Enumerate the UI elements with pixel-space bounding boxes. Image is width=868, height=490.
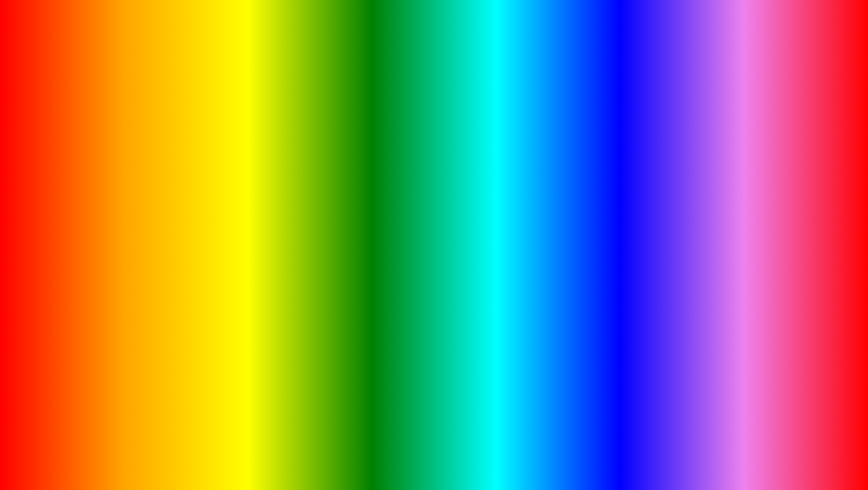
skull-icon: 💀 xyxy=(718,418,734,433)
logo-blox-text: BL⚡X xyxy=(744,400,828,423)
neva-logo-left: N xyxy=(43,138,54,149)
mobile-badge-text: MOBILE xyxy=(381,154,478,183)
logo-fruits-text-el: FRUITS xyxy=(744,423,828,450)
nav-weapons-label: Weapons xyxy=(49,194,68,199)
nav-settings-label: Settings xyxy=(50,217,67,222)
settings-icon: ⚙️ xyxy=(54,206,64,216)
section-title: Settings Mastery xyxy=(85,157,282,165)
home-icon: 🏠 xyxy=(54,159,64,169)
light-12 xyxy=(453,97,458,104)
kill-setting[interactable]: N Kill xyxy=(85,201,282,216)
nav-fruit[interactable]: ⚡ Fruit E xyxy=(39,296,79,319)
light-1 xyxy=(295,97,300,104)
r-teleport-icon: 📍 xyxy=(591,276,601,286)
main-title: BLOX FRUITS xyxy=(4,13,864,95)
light-10 xyxy=(424,97,430,104)
light-9 xyxy=(410,97,415,104)
nav-teleport[interactable]: 📍 Teleport xyxy=(39,272,79,296)
auto-farm-candy-setting[interactable]: N Auto Farm Candy xyxy=(622,221,824,236)
auto-farm-candy-label: Auto Farm Candy xyxy=(643,226,811,232)
kill-neva-icon: N xyxy=(89,204,98,213)
kill-health-divider xyxy=(101,174,102,181)
skill-c-divider xyxy=(101,243,102,250)
nav-stats[interactable]: 📈 Stats xyxy=(39,226,79,249)
left-sidebar: 🏠 Main ⚔️ Weapons ⚙️ Settings 📈 Stats 🗡️ xyxy=(39,152,79,294)
light-2 xyxy=(309,97,314,104)
skill-x-setting[interactable]: N Skill X xyxy=(85,220,282,235)
right-ui-window: N NEVA HUB | BLOX FRUIT 01/01/2023 🏠 Mai… xyxy=(574,134,831,296)
auto-farm-divider xyxy=(638,194,639,201)
skill-c-checkbox[interactable] xyxy=(269,242,277,250)
auto-farm-setting[interactable]: N Auto Farm xyxy=(622,190,824,205)
r-nav-stats[interactable]: 📈 Stats xyxy=(576,226,616,249)
r-nav-weapons-label: Weapons xyxy=(586,194,605,199)
stats-icon: 📈 xyxy=(54,229,64,239)
player-icon: 🗡️ xyxy=(54,253,64,263)
light-16 xyxy=(510,97,516,104)
auto-farm-candy-checkbox[interactable] xyxy=(811,225,819,233)
work-mobile-badge: WORK MOBILE xyxy=(381,129,478,183)
skill-x-checkbox[interactable] xyxy=(269,223,277,232)
light-18 xyxy=(539,97,545,104)
kill-label: Kill xyxy=(106,205,269,212)
auto-farm-neva-icon: N xyxy=(626,193,635,202)
nav-settings[interactable]: ⚙️ Settings xyxy=(39,202,79,226)
skill-c-label: Skill C xyxy=(106,243,269,249)
right-header-title: NEVA HUB | BLOX FRUIT xyxy=(595,140,664,147)
right-header-left: N NEVA HUB | BLOX FRUIT xyxy=(580,138,664,149)
r-nav-stats-label: Stats xyxy=(591,241,601,245)
kill-health-setting: N Kill Health [For Mastery] 25 xyxy=(85,170,282,185)
nav-weapons[interactable]: ⚔️ Weapons xyxy=(39,179,79,202)
right-main-label: Main xyxy=(622,157,824,164)
left-window-body: 🏠 Main ⚔️ Weapons ⚙️ Settings 📈 Stats 🗡️ xyxy=(39,152,288,294)
auto-farm-candy-divider xyxy=(638,225,639,232)
left-window-header: N NEVA HUB | BLOX FRUIT 01/01/2023 - 08:… xyxy=(39,135,288,152)
auto-farm-checkbox[interactable] xyxy=(811,194,819,202)
r-nav-weapons[interactable]: ⚔️ Weapons xyxy=(576,179,616,202)
nav-player-label: Player xyxy=(52,264,65,269)
nav-main[interactable]: 🏠 Main xyxy=(39,156,79,179)
light-3 xyxy=(323,97,329,104)
light-4 xyxy=(338,97,343,104)
separator-1 xyxy=(85,198,282,198)
light-6 xyxy=(367,97,372,104)
light-8 xyxy=(395,97,401,104)
r-nav-main[interactable]: 🏠 Main xyxy=(576,156,616,179)
logo-circle: 💀 xyxy=(710,410,742,441)
subtitle-update: UPDATE XMAS xyxy=(111,417,467,472)
r-nav-teleport[interactable]: 📍 port xyxy=(576,272,616,296)
kill-checkbox[interactable] xyxy=(269,205,277,213)
light-13 xyxy=(467,97,473,104)
nav-player[interactable]: 🗡️ Player xyxy=(39,249,79,272)
bones-section-label: Bones xyxy=(622,240,824,252)
right-header-date: 01/01/2023 xyxy=(800,141,825,146)
r-nav-settings-label: Settings xyxy=(587,217,604,222)
teleport-icon: 📍 xyxy=(54,276,64,286)
r-nav-settings[interactable]: ⚙️ Settings xyxy=(576,202,616,226)
r-stats-icon: 📈 xyxy=(591,229,601,239)
r-nav-teleport-label: port xyxy=(592,287,600,292)
right-window-body: 🏠 Main ⚔️ Weapons ⚙️ Settings 📈 Stats 🗡️ xyxy=(576,152,829,294)
logo-container: 💀 BL⚡X FRUITS xyxy=(710,400,828,450)
r-home-icon: 🏠 xyxy=(591,159,601,169)
r-settings-icon: ⚙️ xyxy=(591,206,601,216)
left-header-left: N NEVA HUB | BLOX FRUIT xyxy=(43,138,127,149)
light-14 xyxy=(482,97,487,104)
kill-health-neva-icon: N xyxy=(89,173,98,182)
r-nav-main-label: Main xyxy=(591,170,601,175)
update-xmas-text: UPDATE XMAS xyxy=(111,416,467,473)
dropdown-label: Select Mode Farm : Normal Mode xyxy=(627,174,811,181)
kill-health-value: 25 xyxy=(262,173,277,182)
logo-text: BL⚡X FRUITS xyxy=(744,400,828,450)
candy-section-label: Candy xyxy=(622,209,824,221)
right-window-header: N NEVA HUB | BLOX FRUIT 01/01/2023 xyxy=(576,135,829,152)
skill-c-setting[interactable]: N Skill C xyxy=(85,239,282,254)
candy-character: 🧊 xyxy=(499,318,550,365)
r-nav-player[interactable]: 🗡️ Player xyxy=(576,249,616,272)
mode-farm-dropdown[interactable]: Select Mode Farm : Normal Mode ▼ xyxy=(622,169,824,186)
light-11 xyxy=(438,97,444,104)
light-7 xyxy=(381,97,386,104)
nav-teleport-label: Teleport xyxy=(51,287,67,292)
mastery-slider[interactable] xyxy=(87,189,280,192)
kill-divider xyxy=(101,205,102,212)
